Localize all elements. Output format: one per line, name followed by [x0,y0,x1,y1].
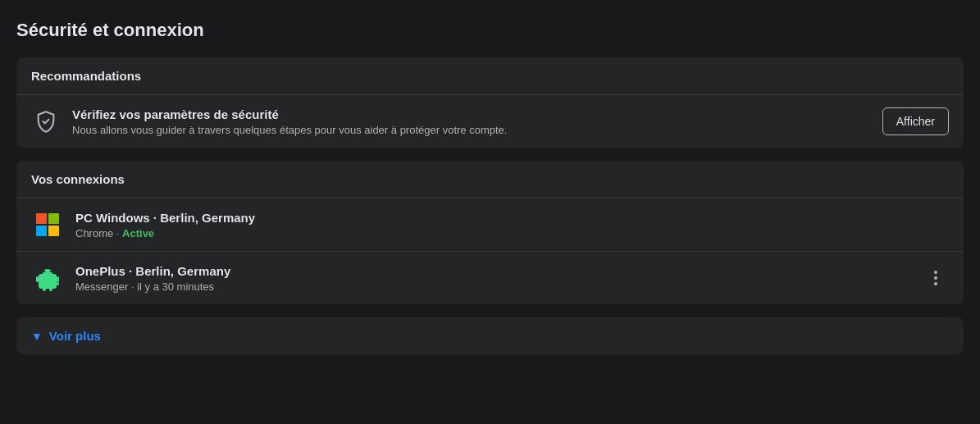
connection-item-2: OnePlus · Berlin, Germany Messenger · il… [16,252,964,304]
windows-square-yellow [48,226,59,236]
windows-square-red [36,213,47,224]
svg-rect-4 [57,276,59,282]
svg-rect-5 [57,282,59,285]
recommendation-title: Vérifiez vos paramètres de sécurité [72,107,507,121]
dot-3 [934,282,937,285]
recommendation-item: Vérifiez vos paramètres de sécurité Nous… [31,107,949,136]
chevron-down-icon: ▼ [31,330,43,343]
connection-browser-status-2: Messenger · il y a 30 minutes [75,280,230,293]
recommendation-left: Vérifiez vos paramètres de sécurité Nous… [31,107,507,136]
svg-rect-0 [39,274,57,289]
recommendations-body: Vérifiez vos paramètres de sécurité Nous… [16,95,964,148]
svg-point-1 [43,271,45,272]
android-device-icon [31,262,64,294]
svg-rect-3 [36,276,39,282]
connection-item: PC Windows · Berlin, Germany Chrome · Ac… [16,198,964,252]
windows-icon [36,213,59,236]
more-options-button[interactable] [923,265,949,291]
connection-left: PC Windows · Berlin, Germany Chrome · Ac… [31,208,255,241]
voir-plus-label: Voir plus [49,329,101,343]
recommendation-subtitle: Nous allons vous guider à travers quelqu… [72,124,507,136]
connections-section: Vos connexions PC Windows · Berlin, Germ… [16,161,964,304]
recommendation-text: Vérifiez vos paramètres de sécurité Nous… [72,107,507,136]
svg-point-2 [50,271,52,272]
svg-rect-7 [49,287,52,291]
connection-browser-status-1: Chrome · Active [75,227,255,239]
recommendations-section: Recommandations Vérifiez vos paramètres … [16,57,964,148]
connection-text-2: OnePlus · Berlin, Germany Messenger · il… [75,264,230,293]
windows-square-green [48,213,59,224]
status-active-badge: Active [122,227,154,239]
connection-left-2: OnePlus · Berlin, Germany Messenger · il… [31,262,230,294]
afficher-button[interactable]: Afficher [882,107,949,135]
recommendations-header: Recommandations [16,57,964,95]
connection-device-location-1: PC Windows · Berlin, Germany [75,211,255,225]
dot-2 [934,276,937,280]
dot-1 [934,271,937,274]
connection-device-location-2: OnePlus · Berlin, Germany [75,264,230,278]
connection-text-1: PC Windows · Berlin, Germany Chrome · Ac… [75,211,255,239]
connections-header: Vos connexions [16,161,964,198]
voir-plus-section[interactable]: ▼ Voir plus [16,317,964,354]
windows-device-icon [31,208,64,241]
shield-icon [31,107,61,136]
page-title: Sécurité et connexion [16,20,964,41]
svg-rect-6 [43,287,46,291]
windows-square-blue [36,226,47,236]
